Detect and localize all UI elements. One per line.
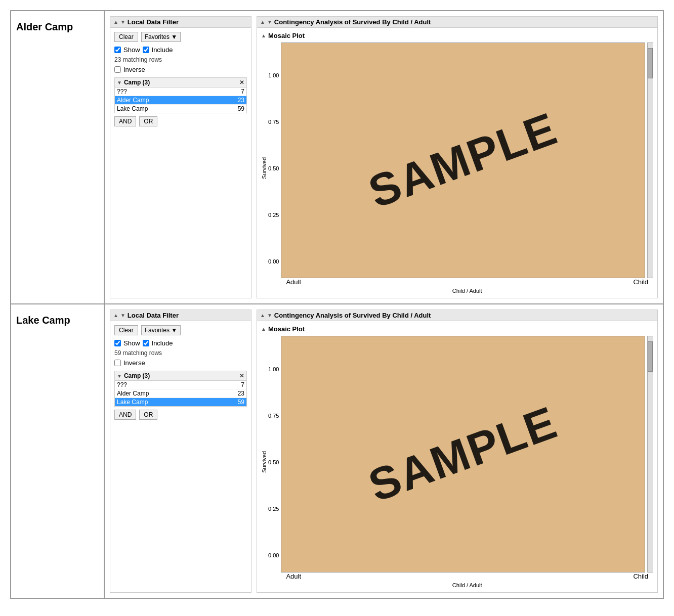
item-count: 23	[232, 97, 244, 104]
row-label-lake-camp: Lake Camp	[11, 304, 105, 598]
inverse-label: Inverse	[123, 66, 145, 73]
x-axis-labels-row: AdultChild	[281, 278, 653, 286]
condition-header: ▼ Camp (3) ✕	[115, 371, 246, 381]
y-tick-labels: 1.000.750.500.250.00	[268, 366, 281, 558]
condition-header: ▼ Camp (3) ✕	[115, 78, 246, 87]
inverse-row: Inverse	[114, 66, 247, 73]
inverse-row: Inverse	[114, 359, 247, 367]
left-axis: Survived 1.000.750.500.250.00	[261, 336, 281, 588]
mosaic-title: Mosaic Plot	[268, 32, 305, 39]
filter-title: Local Data Filter	[128, 18, 179, 26]
y-axis-label: Survived	[261, 157, 267, 179]
analysis-header: ▲ ▼ Contingency Analysis of Survived By …	[257, 310, 657, 321]
analysis-title: Contingency Analysis of Survived By Chil…	[274, 312, 431, 319]
include-checkbox[interactable]	[143, 340, 149, 346]
scrollbar[interactable]	[647, 336, 653, 573]
x-axis-main-label: Child / Adult	[281, 582, 653, 588]
y-tick: 0.00	[268, 258, 279, 265]
analysis-triangle: ▲	[260, 313, 265, 318]
cond-dropdown-icon[interactable]: ▼	[117, 373, 122, 379]
chart-full-area: Survived 1.000.750.500.250.00 SAMPLE	[261, 336, 653, 588]
filter-body: Clear Favorites ▼ Show Include 23 matchi…	[110, 28, 251, 130]
inverse-checkbox[interactable]	[114, 360, 121, 366]
triangle-icon: ▲	[113, 19, 118, 25]
sample-watermark: SAMPLE	[362, 396, 564, 512]
filter-header: ▲ ▼ Local Data Filter	[110, 17, 251, 28]
item-count: 23	[232, 390, 244, 397]
show-label: Show	[123, 46, 140, 54]
or-button[interactable]: OR	[139, 116, 157, 126]
item-name: ???	[117, 88, 232, 95]
y-tick: 0.25	[268, 506, 279, 512]
condition-row-item[interactable]: Alder Camp 23	[115, 389, 246, 398]
analysis-panel-lake-camp: ▲ ▼ Contingency Analysis of Survived By …	[257, 310, 658, 593]
item-name: ???	[117, 381, 232, 388]
filter-body: Clear Favorites ▼ Show Include 59 matchi…	[110, 321, 251, 424]
scrollbar[interactable]	[647, 42, 653, 278]
and-button[interactable]: AND	[114, 116, 136, 126]
item-count: 7	[232, 381, 244, 388]
x-axis-labels-row: AdultChild	[281, 573, 653, 580]
or-button[interactable]: OR	[139, 410, 157, 420]
matching-rows: 23 matching rows	[114, 56, 247, 63]
inverse-checkbox[interactable]	[114, 66, 121, 73]
x-axis-label: Adult	[286, 573, 301, 580]
sample-watermark: SAMPLE	[362, 102, 564, 218]
item-name: Lake Camp	[117, 105, 232, 112]
close-icon[interactable]: ✕	[239, 79, 244, 86]
and-button[interactable]: AND	[114, 410, 136, 420]
mosaic-header: ▲ Mosaic Plot	[261, 325, 653, 333]
dropdown-icon: ▼	[120, 19, 125, 25]
favorites-button[interactable]: Favorites ▼	[141, 32, 181, 42]
condition-row-item[interactable]: Lake Camp 59	[115, 398, 246, 406]
scrollbar-thumb[interactable]	[648, 48, 653, 78]
analysis-header: ▲ ▼ Contingency Analysis of Survived By …	[257, 17, 657, 28]
row-alder-camp: Alder Camp ▲ ▼ Local Data Filter Clear F…	[11, 11, 663, 304]
favorites-button[interactable]: Favorites ▼	[141, 325, 181, 335]
filter-condition: ▼ Camp (3) ✕ ??? 7 Alder Camp 23	[114, 77, 247, 113]
and-or-row: AND OR	[114, 410, 247, 420]
clear-button[interactable]: Clear	[114, 325, 138, 335]
clear-button[interactable]: Clear	[114, 32, 138, 42]
left-axis: Survived 1.000.750.500.250.00	[261, 42, 281, 294]
show-checkbox[interactable]	[114, 47, 121, 53]
item-name: Alder Camp	[117, 97, 232, 104]
toolbar-row: Clear Favorites ▼	[114, 325, 247, 335]
main-plot-area: SAMPLE AdultChild Child / Adult	[281, 42, 653, 294]
include-label: Include	[152, 339, 173, 347]
include-label: Include	[152, 46, 173, 54]
inverse-label: Inverse	[123, 359, 145, 367]
y-axis-label: Survived	[261, 451, 267, 473]
analysis-title: Contingency Analysis of Survived By Chil…	[274, 18, 431, 26]
close-icon[interactable]: ✕	[239, 372, 244, 379]
analysis-dropdown: ▼	[267, 313, 272, 318]
chart-and-scroll: SAMPLE	[281, 42, 653, 278]
cond-dropdown-icon[interactable]: ▼	[117, 80, 122, 85]
matching-rows: 59 matching rows	[114, 349, 247, 357]
plot-box: SAMPLE	[281, 336, 645, 573]
x-axis-label: Adult	[286, 278, 301, 286]
condition-row-item[interactable]: ??? 7	[115, 87, 246, 96]
condition-row-item[interactable]: Lake Camp 59	[115, 105, 246, 113]
y-tick: 0.25	[268, 212, 279, 218]
analysis-panel-alder-camp: ▲ ▼ Contingency Analysis of Survived By …	[257, 16, 658, 298]
include-checkbox[interactable]	[143, 47, 149, 53]
row-label-alder-camp: Alder Camp	[11, 11, 105, 303]
chart-and-scroll: SAMPLE	[281, 336, 653, 573]
condition-row-item[interactable]: ??? 7	[115, 381, 246, 389]
scrollbar-thumb[interactable]	[648, 341, 653, 372]
y-tick: 1.00	[268, 72, 279, 78]
show-include-row: Show Include	[114, 339, 247, 347]
show-checkbox[interactable]	[114, 340, 121, 346]
condition-row-item[interactable]: Alder Camp 23	[115, 96, 246, 105]
x-axis-label: Child	[633, 278, 648, 286]
main-plot-area: SAMPLE AdultChild Child / Adult	[281, 336, 653, 588]
row-content-lake-camp: ▲ ▼ Local Data Filter Clear Favorites ▼ …	[105, 304, 663, 598]
mosaic-title: Mosaic Plot	[268, 325, 305, 333]
dropdown-icon: ▼	[120, 313, 125, 318]
y-tick: 1.00	[268, 366, 279, 372]
and-or-row: AND OR	[114, 116, 247, 126]
item-count: 7	[232, 88, 244, 95]
field-name: Camp (3)	[124, 372, 237, 379]
show-label: Show	[123, 339, 140, 347]
